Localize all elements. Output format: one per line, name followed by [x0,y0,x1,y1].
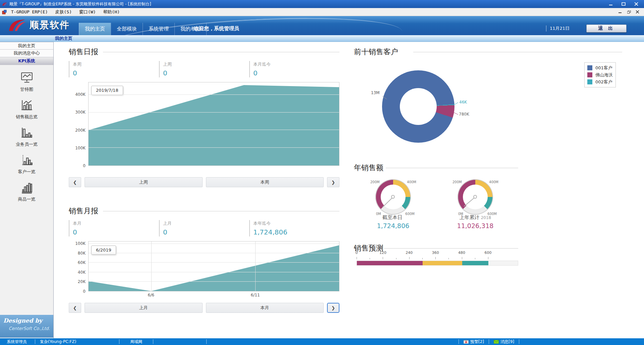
tab-system-admin[interactable]: 系统管理 [143,23,174,35]
stat-last-week: 上周 0 [159,61,249,77]
legend-label: 佛山海沃 [595,72,613,78]
daily-sales-chart: 0100K200K300K400K 2019/7/18 [69,82,339,172]
y-axis-labels: 020K40K60K80K100K [69,241,88,291]
window-titlebar: 顺景『T-GROUP』制造业ERP系统 - 东莞顺景软件科技有限公司 - [系统… [0,0,644,8]
daily-nav-buttons: ❮ 上周 本周 ❯ [69,177,339,187]
legend-swatch [587,65,592,70]
sidebar-item-message-center[interactable]: 我的消息中心 [0,50,53,57]
section-title-annual-sales: 年销售额 [354,163,383,173]
donut-label-13m: 13M [371,90,380,95]
monthly-sales-chart: 020K40K60K80K100K 6/2019 6/66/11 [69,241,339,298]
designed-by-text: Designed by [3,317,50,324]
welcome-text: 欢迎您，系统管理员 [194,25,239,32]
legend-item[interactable]: 002客户 [587,78,613,85]
daily-this-week-button[interactable]: 本周 [206,177,324,187]
customer-chart-icon [20,161,34,168]
x-axis-labels [88,166,339,172]
title-rule [413,52,622,52]
sidebar-item-label: 客户一览 [0,169,53,175]
daily-sales-section: 销售日报 本周 0 上周 0 本月迄今 0 [69,47,339,187]
logo-swoosh-icon [7,18,27,32]
sidebar-item-salesman-overview[interactable]: 业务员一览 [0,127,53,147]
sidebar-item-sales-overview[interactable]: 销售额总览 [0,99,53,120]
sidebar-item-label: 商品一览 [0,196,53,202]
sidebar-item-label: 甘特图 [0,86,53,92]
forecast-segment [423,261,462,265]
monthly-stats: 本月 0 上月 0 本年迄今 1,724,806 [69,220,339,236]
menu-item-tgroup-erp[interactable]: T-GROUP ERP(E) [7,9,52,14]
legend-item[interactable]: 001客户 [587,64,613,71]
forecast-segment [357,261,423,265]
menu-bar: T-GROUP ERP(E) 皮肤(S) 窗口(W) 帮助(H) [0,8,644,16]
title-rule [386,168,518,168]
close-icon[interactable] [631,1,642,7]
salesman-chart-icon [20,134,34,140]
title-rule [103,52,339,52]
daily-prev-button[interactable]: ❮ [69,177,81,187]
mdi-close-icon[interactable] [633,9,642,15]
forecast-scale-labels: 0120240360480600 [352,251,520,255]
legend-swatch [587,79,592,84]
stat-month-to-date: 本月迄今 0 [249,61,339,77]
menu-item-window[interactable]: 窗口(W) [75,9,99,15]
monthly-nav-buttons: ❮ 上月 本月 ❯ [69,303,339,313]
tab-all-modules[interactable]: 全部模块 [111,23,143,35]
breadcrumb: 我的主页 [55,36,72,42]
forecast-scale-ticks [352,257,520,259]
logo-text: 顺景软件 [30,19,70,31]
forecast-segment [462,261,488,265]
stat-this-month: 本月 0 [69,220,159,236]
gauge-last-year: 200M 400M 0M 600M [458,180,493,214]
sidebar-item-customer-overview[interactable]: 客户一览 [0,154,53,175]
mdi-restore-icon[interactable] [625,9,633,15]
status-user: 系统管理员 [0,339,35,345]
main-content: 销售日报 本周 0 上周 0 本月迄今 0 [54,42,644,338]
minimize-icon[interactable] [605,1,616,7]
stat-last-month: 上月 0 [159,220,249,236]
sales-overview-chart-icon [20,107,34,113]
monthly-prev-button[interactable]: ❮ [69,303,81,313]
legend-label: 002客户 [595,79,612,85]
gantt-chart-icon [20,79,34,85]
menu-item-skin[interactable]: 皮肤(S) [52,9,75,15]
sidebar-item-kpi-system[interactable]: KPI系统 [0,57,53,65]
daily-last-week-button[interactable]: 上周 [85,177,203,187]
title-rule [103,211,339,211]
gauge-last-year-caption: 上年累计2018 [448,214,502,221]
daily-stats: 本周 0 上周 0 本月迄今 0 [69,61,339,77]
status-network: 局域网 [119,339,153,345]
sidebar-item-label: 业务员一览 [0,141,53,147]
section-title-top-customers: 前十销售客户 [354,47,398,57]
y-axis-labels: 0100K200K300K400K [69,82,88,166]
x-axis-labels: 6/66/11 [88,291,339,298]
status-message[interactable]: 消息[9] [489,339,519,345]
gauge-today-caption: 截至本日 [366,214,420,221]
tab-my-home[interactable]: 我的主页 [79,23,111,35]
donut-label-780k: 780K [459,112,469,117]
mdi-minimize-icon[interactable] [616,9,625,15]
sidebar: 我的主页 我的消息中心 KPI系统 甘特图 销售额总览 [0,42,54,338]
donut-hole [400,88,437,125]
legend-label: 001客户 [595,65,612,71]
gauge-pivot [473,195,477,199]
legend-item[interactable]: 佛山海沃 [587,71,613,78]
stat-year-to-date: 本年迄今 1,724,806 [249,220,339,236]
monthly-this-month-button[interactable]: 本月 [206,303,324,313]
sidebar-item-product-overview[interactable]: 商品一览 [0,182,53,202]
mdi-child-icon [2,10,7,14]
monthly-next-button[interactable]: ❯ [327,303,339,313]
app-header: 顺景软件 我的主页 全部模块 系统管理 我的单据 欢迎您，系统管理员 11月21… [0,16,644,35]
company-text: CenterSoft Co.,Ltd. [3,326,50,331]
menu-item-help[interactable]: 帮助(H) [100,9,123,15]
exit-button[interactable]: 退 出 [586,24,627,32]
designed-by-panel: Designed by CenterSoft Co.,Ltd. [0,315,53,338]
daily-chart-tooltip: 2019/7/18 [91,86,123,95]
forecast-remainder [488,261,518,265]
monthly-last-month-button[interactable]: 上月 [85,303,203,313]
maximize-icon[interactable] [618,1,629,7]
daily-next-button[interactable]: ❯ [327,177,339,187]
sidebar-item-gantt[interactable]: 甘特图 [0,72,53,92]
sidebar-item-my-home[interactable]: 我的主页 [0,42,53,50]
status-alert[interactable]: 预警[2] [459,339,489,345]
legend-swatch [587,72,592,77]
